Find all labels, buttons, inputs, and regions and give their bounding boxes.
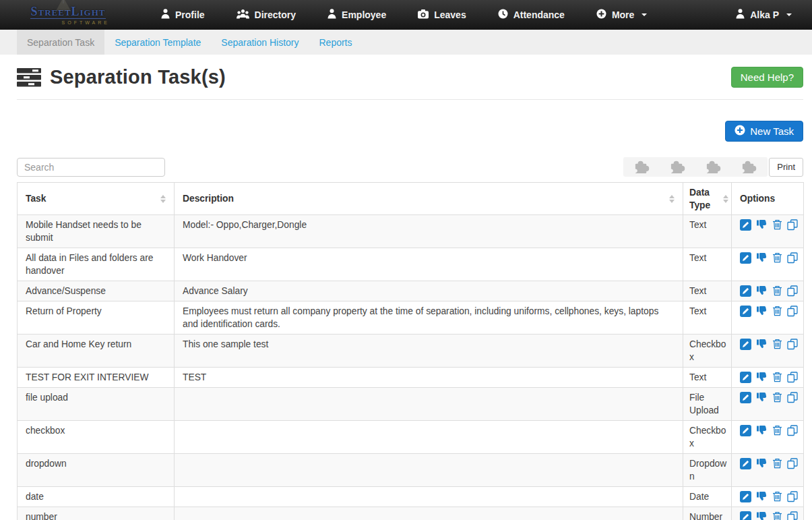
thumbs-down-icon [756,252,768,263]
edit-button[interactable] [740,458,751,469]
table-row: Return of Property Employees must return… [18,301,804,335]
delete-button[interactable] [772,372,782,383]
table-row: dropdown Dropdown [18,454,804,487]
column-header-description[interactable]: Description [175,183,683,215]
edit-icon [740,458,751,469]
column-label: Data Type [689,186,720,212]
copy-icon [787,219,798,231]
nav-item-profile[interactable]: Profile [161,9,205,21]
thumbs-down-button[interactable] [756,458,768,469]
delete-button[interactable] [772,285,782,297]
search-input[interactable] [17,158,165,177]
delete-button[interactable] [772,425,782,436]
delete-button[interactable] [772,458,782,469]
thumbs-down-icon [756,458,768,469]
description-cell: Employees must return all company proper… [175,301,683,335]
edit-button[interactable] [740,372,751,383]
thumbs-down-button[interactable] [756,306,768,317]
person-icon [327,9,336,21]
puzzle-button-4[interactable] [739,158,759,175]
copy-button[interactable] [787,392,798,403]
nav-item-attendance[interactable]: Attendance [498,9,565,21]
copy-icon [787,392,798,403]
puzzle-button-2[interactable] [668,158,687,175]
copy-button[interactable] [787,372,798,383]
thumbs-down-button[interactable] [756,372,768,383]
description-cell [175,487,683,507]
edit-button[interactable] [740,219,751,231]
copy-button[interactable] [787,285,798,297]
task-cell: TEST FOR EXIT INTERVIEW [18,368,175,388]
delete-button[interactable] [772,511,782,520]
puzzle-button-3[interactable] [704,158,723,175]
edit-button[interactable] [740,306,751,317]
print-button[interactable]: Print [769,158,803,177]
edit-button[interactable] [740,392,751,403]
delete-button[interactable] [772,306,782,317]
sort-arrows-icon [723,195,730,203]
edit-button[interactable] [740,339,751,350]
edit-button[interactable] [740,425,751,436]
task-cell: Return of Property [18,301,175,335]
nav-item-more[interactable]: More [596,9,647,21]
copy-button[interactable] [787,219,798,231]
need-help-button[interactable]: Need Help? [731,67,803,88]
task-cell: checkbox [18,421,175,454]
thumbs-down-button[interactable] [756,392,768,403]
copy-button[interactable] [787,252,798,264]
nav-item-employee[interactable]: Employee [327,9,386,21]
task-cell: date [18,487,175,507]
delete-button[interactable] [772,252,782,264]
person-icon [161,9,170,21]
tab-separation-task[interactable]: Separation Task [17,30,104,55]
row-actions [740,252,797,264]
tab-separation-history[interactable]: Separation History [211,30,309,55]
nav-item-leaves[interactable]: Leaves [418,9,466,21]
thumbs-down-button[interactable] [756,511,768,520]
people-icon [237,9,249,21]
nav-item-directory[interactable]: Directory [237,9,296,21]
copy-button[interactable] [787,511,798,520]
thumbs-down-button[interactable] [756,219,768,231]
copy-button[interactable] [787,491,798,502]
new-task-button[interactable]: New Task [725,121,803,142]
copy-button[interactable] [787,425,798,436]
copy-button[interactable] [787,306,798,317]
main-content: Separation Task(s) Need Help? New Task P… [17,55,803,520]
edit-button[interactable] [740,491,751,502]
edit-button[interactable] [740,511,751,520]
puzzle-icon [632,158,652,175]
puzzle-icon [739,158,759,175]
copy-button[interactable] [787,339,798,350]
tab-reports[interactable]: Reports [309,30,362,55]
nav-label: Directory [255,9,296,20]
copy-button[interactable] [787,458,798,469]
options-cell [732,301,804,335]
row-actions [740,371,797,383]
brand-logo[interactable]: StreetLight SOFTWARE [17,5,119,25]
thumbs-down-button[interactable] [756,339,768,350]
delete-button[interactable] [772,491,782,502]
edit-button[interactable] [740,285,751,297]
column-header-data-type[interactable]: Data Type [683,183,732,215]
edit-button[interactable] [740,252,751,264]
thumbs-down-icon [756,306,768,316]
thumbs-down-button[interactable] [756,425,768,436]
trash-icon [772,306,782,316]
thumbs-down-icon [756,339,768,349]
puzzle-button-1[interactable] [632,158,652,175]
thumbs-down-button[interactable] [756,491,768,502]
delete-button[interactable] [772,219,782,231]
column-header-task[interactable]: Task [18,183,175,215]
thumbs-down-button[interactable] [756,252,768,264]
nav-label: Profile [175,9,205,20]
row-actions [740,285,797,297]
task-cell: Advance/Suspense [18,281,175,301]
trash-icon [772,339,782,349]
delete-button[interactable] [772,339,782,350]
options-cell [732,248,804,281]
user-menu[interactable]: Alka P [736,9,792,21]
thumbs-down-button[interactable] [756,285,768,297]
delete-button[interactable] [772,392,782,403]
tab-separation-template[interactable]: Separation Template [104,30,211,55]
